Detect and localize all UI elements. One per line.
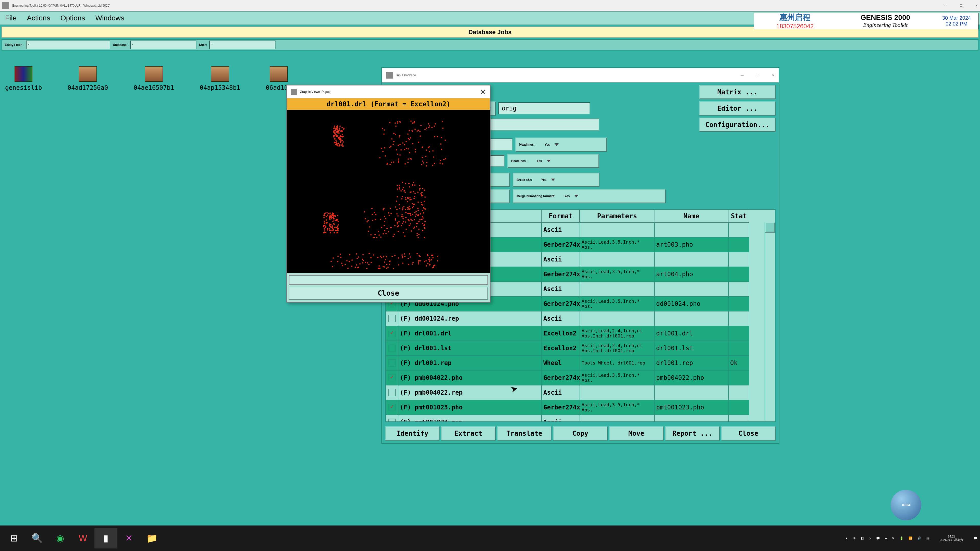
recording-widget[interactable]: 00:54 [891, 490, 921, 520]
desktop-job-icon[interactable]: 04ad17256a0 [68, 66, 108, 91]
headlines-1-option[interactable]: Headlines : Yes [515, 138, 607, 152]
cell-name: pmb004022.pho [654, 370, 729, 385]
menu-actions[interactable]: Actions [27, 14, 50, 22]
brand-date: 30 Mar 2024 [942, 15, 971, 21]
row-checkbox[interactable] [388, 404, 396, 411]
cell-stat [729, 222, 749, 237]
window-titlebar: Engineering Toolkit 10.00 (0@WIN-0VLLB47… [0, 0, 980, 11]
menu-options[interactable]: Options [60, 14, 85, 22]
input-package-title: Input Package [396, 73, 416, 77]
wps-icon[interactable]: W [72, 528, 94, 548]
table-row[interactable]: (F) drl001.drl Excellon2 Ascii,Lead,2.4,… [386, 326, 775, 341]
move-button[interactable]: Move [609, 426, 663, 441]
row-checkbox[interactable] [388, 315, 396, 322]
table-row[interactable]: (F) pmb004022.rep Ascii [386, 385, 775, 400]
notifications-icon[interactable]: 💬 [974, 537, 977, 540]
cell-parameters: Ascii,Lead,2.4,Inch,nl Abs,Inch,drl001.r… [580, 326, 654, 341]
cell-parameters [580, 222, 654, 237]
cell-name [654, 311, 729, 326]
tray-icon[interactable]: ▲ [845, 537, 848, 540]
tray-icon[interactable]: ❋ [853, 537, 856, 540]
brand-phone: 18307526042 [776, 23, 814, 30]
row-checkbox[interactable] [388, 419, 396, 421]
report-button[interactable]: Report ... [665, 426, 719, 441]
minimize-icon[interactable]: — [741, 73, 744, 77]
filter-bar: Entity Filter : * Database: * User: * [2, 39, 978, 51]
translate-button[interactable]: Translate [497, 426, 552, 441]
user-input[interactable]: * [209, 41, 275, 49]
table-row[interactable]: (F) pmt001023.pho Gerber274x Ascii,Lead,… [386, 400, 775, 415]
desktop-job-icon[interactable]: 04ap15348b1 [200, 66, 240, 91]
table-row[interactable]: (F) pmt001023.rep Ascii [386, 415, 775, 421]
close-icon[interactable]: ✕ [772, 73, 775, 77]
editor-button[interactable]: Editor ... [699, 101, 776, 116]
desktop-job-icon[interactable]: 04ae16507b1 [134, 66, 174, 91]
copy-button[interactable]: Copy [553, 426, 608, 441]
gvp-titlebar[interactable]: Graphic Viewer Popup ✕ [287, 86, 490, 98]
tray-icon[interactable]: ▷ [869, 537, 871, 540]
terminal-icon[interactable]: ▮ [94, 528, 118, 548]
table-row[interactable]: (F) pmb004022.pho Gerber274x Ascii,Lead,… [386, 370, 775, 385]
maximize-icon[interactable]: ☐ [960, 4, 963, 7]
brand-panel: 惠州启程18307526042 GENESIS 2000Engineering … [754, 13, 978, 29]
tray-icon[interactable]: ✕ [892, 537, 894, 540]
extract-button[interactable]: Extract [441, 426, 495, 441]
table-row[interactable]: (F) drl001.rep Wheel Tools Wheel, drl001… [386, 356, 775, 370]
database-input[interactable]: * [130, 41, 197, 49]
cell-format: Excellon2 [542, 341, 580, 356]
minimize-icon[interactable]: — [944, 4, 947, 7]
volume-icon[interactable]: 🔊 [918, 537, 921, 540]
table-row[interactable]: (F) dd001024.rep Ascii [386, 311, 775, 326]
headlines-2-option[interactable]: Headlines : Yes [508, 154, 599, 168]
close-icon[interactable]: ✕ [480, 87, 486, 97]
row-checkbox[interactable] [388, 345, 396, 352]
button-row: Identify Extract Translate Copy Move Rep… [385, 424, 776, 441]
input-package-titlebar[interactable]: Input Package —☐✕ [382, 68, 779, 83]
close-button[interactable]: Close [721, 426, 776, 441]
row-checkbox[interactable] [388, 330, 396, 337]
table-row[interactable]: (F) drl001.lst Excellon2 Ascii,Lead,2.4,… [386, 341, 775, 356]
step-input[interactable]: orig [498, 102, 590, 114]
entity-filter-input[interactable]: * [26, 41, 110, 49]
gvp-close-button[interactable]: Close [289, 286, 488, 300]
job-icon [145, 66, 163, 82]
close-icon[interactable]: ✕ [975, 4, 978, 7]
tray-icon[interactable]: ● [885, 537, 887, 540]
app-icon[interactable]: ✕ [118, 528, 140, 548]
gvp-status-strip [289, 275, 488, 285]
menu-windows[interactable]: Windows [95, 14, 124, 22]
ime-indicator[interactable]: 英 [926, 536, 929, 540]
matrix-button[interactable]: Matrix ... [699, 85, 776, 99]
wifi-icon[interactable]: 📶 [908, 537, 912, 540]
scrollbar[interactable] [765, 222, 775, 421]
row-checkbox[interactable] [388, 359, 396, 367]
explorer-icon[interactable]: 📁 [140, 528, 163, 548]
row-checkbox[interactable] [388, 389, 396, 396]
break-sr-option[interactable]: Break s&r: Yes [513, 173, 600, 187]
desktop-job-icon[interactable]: genesislib [5, 66, 42, 91]
cell-stat [729, 297, 749, 311]
gvp-canvas[interactable] [287, 110, 490, 273]
merge-numbering-option[interactable]: Merge numbering formats: Yes [513, 189, 666, 203]
configuration-button[interactable]: Configuration... [699, 118, 776, 132]
menu-file[interactable]: File [5, 14, 17, 22]
cell-stat: Ok [729, 356, 749, 370]
cell-stat [729, 370, 749, 385]
search-icon[interactable]: 🔍 [25, 528, 48, 548]
tray-icon[interactable]: 💬 [876, 537, 880, 540]
cell-name: drl001.drl [654, 326, 729, 341]
battery-icon[interactable]: 🔋 [900, 537, 904, 540]
identify-button[interactable]: Identify [385, 426, 439, 441]
row-checkbox[interactable] [388, 374, 396, 381]
maximize-icon[interactable]: ☐ [756, 73, 759, 77]
cell-name: art003.pho [654, 237, 729, 252]
start-button[interactable]: ⊞ [3, 528, 25, 548]
edge-icon[interactable]: ◉ [48, 528, 72, 548]
cell-name: dd001024.pho [654, 297, 729, 311]
cell-format: Gerber274x [542, 237, 580, 252]
chevron-down-icon [555, 143, 558, 146]
scrollbar-thumb[interactable] [765, 222, 775, 233]
library-icon [14, 66, 32, 82]
tray-icon[interactable]: ◧ [861, 537, 864, 540]
taskbar-clock[interactable]: 14:282024/3/30 星期六 [940, 535, 963, 542]
